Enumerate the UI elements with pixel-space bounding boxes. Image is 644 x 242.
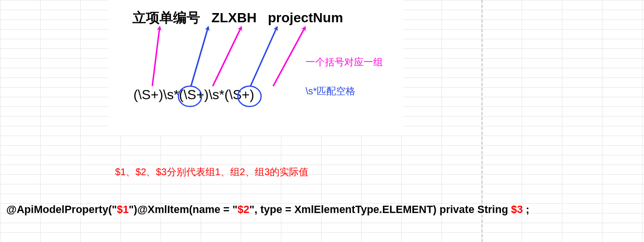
code-var-3: $3	[511, 203, 523, 215]
code-part-3: ", type = XmlElementType.ELEMENT) privat…	[249, 203, 511, 215]
header-label-3: projectNum	[268, 10, 343, 25]
regex-pattern: (\S+)\s*(\S+)\s*(\S+)	[133, 87, 254, 103]
header-labels: 立项单编号 ZLXBH projectNum	[132, 9, 343, 27]
code-template: @ApiModelProperty("$1")@XmlItem(name = "…	[6, 203, 529, 216]
code-var-1: $1	[117, 203, 129, 215]
note-whitespace: \s*匹配空格	[306, 85, 355, 98]
groups-description: $1、$2、$3分别代表组1、组2、组3的实际值	[115, 166, 308, 179]
code-part-4: ;	[523, 203, 529, 215]
code-part-2: ")@XmlItem(name = "	[129, 203, 237, 215]
code-part-1: @ApiModelProperty("	[6, 203, 117, 215]
header-label-1: 立项单编号	[132, 10, 200, 25]
header-label-2: ZLXBH	[211, 10, 256, 25]
note-group: 一个括号对应一组	[306, 56, 383, 69]
code-var-2: $2	[237, 203, 249, 215]
